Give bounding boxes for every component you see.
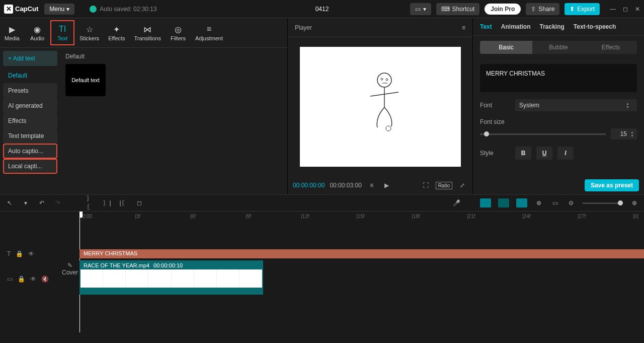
track-toggle-3[interactable]	[516, 198, 527, 208]
ruler-tick: |3f	[135, 214, 140, 219]
sidebar-item-text-template[interactable]: Text template	[3, 128, 57, 144]
sidebar-item-effects[interactable]: Effects	[3, 113, 57, 128]
inspector-tab-text-to-speech[interactable]: Text-to-speech	[574, 23, 616, 30]
stepper-icon[interactable]: ▲▼	[627, 130, 634, 138]
logo-icon: ✕	[4, 5, 13, 14]
export-button[interactable]: ⬆Export	[565, 3, 600, 15]
sidebar-item-default[interactable]: Default	[3, 68, 57, 83]
eye-icon[interactable]: 👁	[30, 276, 36, 283]
tool-tab-filters[interactable]: ◎Filters	[166, 20, 190, 45]
timeline: T 🔒 👁 ▭ 🔒 👁 🔇 ✎ Cover 00:00|3f|6f|9f|12f…	[0, 212, 644, 343]
layout-icon: ▭	[415, 6, 421, 13]
minimize-button[interactable]: —	[610, 6, 616, 13]
inspector-subtab-bubble[interactable]: Bubble	[532, 41, 585, 54]
join-pro-button[interactable]: Join Pro	[485, 4, 521, 15]
stick-figure	[360, 72, 400, 138]
ruler-tick: |9f	[246, 214, 251, 219]
sidebar-item-local-capti-[interactable]: Local capti...	[3, 159, 57, 174]
video-clip[interactable]: RACE OF THE YEAR.mp4 00:00:00:10	[79, 260, 263, 295]
fullscreen-icon[interactable]: ⤢	[457, 180, 467, 190]
tool-tab-stickers[interactable]: ☆Stickers	[75, 20, 103, 45]
layout-button[interactable]: ▭ ▾	[410, 3, 431, 15]
play-button[interactable]: ▶	[382, 180, 392, 190]
player-controls: 00:00:00:00 00:00:03:00 ≡ ▶ ⛶ Ratio ⤢	[288, 176, 472, 194]
split-tool[interactable]: 〗〖	[87, 198, 96, 208]
ratio-button[interactable]: Ratio	[436, 182, 452, 189]
text-track-header: T 🔒 👁	[0, 248, 79, 260]
adjustment-icon: ≡	[203, 24, 215, 34]
font-size-slider[interactable]	[480, 133, 606, 135]
audio-icon: ◉	[31, 24, 43, 34]
close-button[interactable]: ✕	[635, 6, 640, 13]
text-icon: TI	[56, 24, 68, 34]
tool-tab-media[interactable]: ▶Media	[0, 20, 24, 45]
shortcut-button[interactable]: ⌨Shortcut	[436, 3, 480, 15]
split-left-tool[interactable]: 〗|	[103, 198, 112, 208]
player-panel: Player ≡ 00:00:00:00 00:00:03:0	[288, 18, 473, 194]
tool-tab-audio[interactable]: ◉Audio	[25, 20, 49, 45]
pointer-tool[interactable]: ↖	[5, 198, 14, 208]
lock-icon[interactable]: 🔒	[18, 276, 25, 283]
inspector-tab-animation[interactable]: Animation	[501, 23, 531, 30]
track-toggle-1[interactable]	[480, 198, 491, 208]
tool-tab-text[interactable]: TIText	[50, 20, 74, 45]
volume-icon[interactable]: ≡	[367, 180, 377, 190]
dropdown-icon[interactable]: ▾	[21, 198, 30, 208]
tracks-area[interactable]: 00:00|3f|6f|9f|12f|15f|18f|21f|24f|27f|0…	[79, 212, 644, 343]
maximize-button[interactable]: ◻	[623, 6, 628, 13]
crop-tool[interactable]: ◻	[135, 198, 144, 208]
edit-icon: ✎	[61, 262, 78, 269]
sidebar-item-presets[interactable]: Presets	[3, 83, 57, 98]
save-preset-button[interactable]: Save as preset	[585, 179, 639, 191]
filters-icon: ◎	[172, 24, 184, 34]
inspector-panel: TextAnimationTrackingText-to-speech Basi…	[473, 18, 644, 194]
redo-button[interactable]: ↷	[53, 198, 62, 208]
check-icon	[90, 6, 97, 13]
preview-canvas[interactable]	[300, 47, 461, 167]
inspector-subtab-effects[interactable]: Effects	[585, 41, 637, 54]
video-clip-time: 00:00:00:10	[153, 262, 183, 268]
tool-tab-effects[interactable]: ✦Effects	[104, 20, 129, 45]
ruler[interactable]: 00:00|3f|6f|9f|12f|15f|18f|21f|24f|27f|0…	[79, 212, 644, 223]
svg-point-1	[381, 78, 383, 80]
media-icon: ▶	[6, 24, 18, 34]
share-button[interactable]: ⇪Share	[526, 3, 559, 15]
player-menu-icon[interactable]: ≡	[462, 24, 465, 31]
italic-button[interactable]: I	[557, 147, 574, 160]
bold-button[interactable]: B	[515, 147, 531, 160]
text-input[interactable]: MERRY CHRISTMAS	[480, 64, 637, 92]
zoom-in-icon[interactable]: ⊕	[630, 198, 639, 208]
tool-tab-adjustment[interactable]: ≡Adjustment	[191, 20, 227, 45]
crop-icon[interactable]: ⛶	[421, 180, 431, 190]
text-clip[interactable]: MERRY CHRISTMAS	[79, 249, 644, 258]
inspector-subtab-basic[interactable]: Basic	[480, 41, 532, 54]
underline-button[interactable]: U	[536, 147, 552, 160]
zoom-slider[interactable]	[583, 202, 623, 204]
inspector-tab-tracking[interactable]: Tracking	[539, 23, 564, 30]
default-text-thumb[interactable]: Default text	[65, 64, 106, 96]
ruler-tick: |12f	[301, 214, 309, 219]
align-icon[interactable]: ⊕	[534, 198, 543, 208]
menu-button[interactable]: Menu▾	[44, 4, 74, 15]
font-select[interactable]: System ▲▼	[515, 99, 637, 111]
track-toggle-2[interactable]	[498, 198, 509, 208]
font-size-input[interactable]: 15 ▲▼	[611, 128, 637, 140]
preview-icon[interactable]: ▭	[550, 198, 559, 208]
mute-icon[interactable]: 🔇	[41, 276, 49, 283]
split-right-tool[interactable]: |〖	[119, 198, 128, 208]
ruler-tick: |0(	[633, 214, 639, 219]
mic-icon[interactable]: 🎤	[452, 198, 461, 208]
eye-icon[interactable]: 👁	[28, 250, 34, 257]
zoom-out-icon[interactable]: ⊖	[567, 198, 576, 208]
undo-button[interactable]: ↶	[37, 198, 46, 208]
sidebar-item-ai-generated[interactable]: AI generated	[3, 98, 57, 113]
add-text-button[interactable]: + Add text	[3, 51, 57, 66]
tool-tab-transitions[interactable]: ⋈Transitions	[130, 20, 165, 45]
sidebar-item-auto-captio-[interactable]: Auto captio...	[3, 144, 57, 159]
share-icon: ⇪	[531, 6, 536, 13]
lock-icon[interactable]: 🔒	[16, 250, 23, 257]
style-label: Style	[480, 150, 510, 157]
stepper-icon: ▲▼	[626, 102, 633, 109]
cover-button[interactable]: ✎ Cover	[61, 262, 78, 276]
inspector-tab-text[interactable]: Text	[480, 23, 492, 30]
